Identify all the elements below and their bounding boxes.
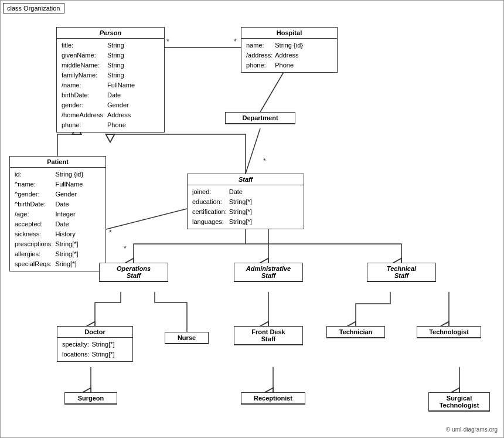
diagram-container: class Organization [0, 0, 504, 438]
class-person-title: Person [57, 28, 164, 39]
class-person-body: title:String givenName:String middleName… [57, 39, 164, 132]
svg-text:*: * [263, 157, 266, 165]
class-front-desk-staff: Front DeskStaff [234, 326, 303, 345]
class-surgeon: Surgeon [64, 392, 117, 405]
class-technician: Technician [326, 326, 385, 338]
class-hospital: Hospital name:String {id} /address:Addre… [241, 27, 338, 73]
class-administrative-staff-title: AdministrativeStaff [234, 263, 302, 281]
class-hospital-title: Hospital [241, 28, 337, 39]
class-person: Person title:String givenName:String mid… [56, 27, 165, 133]
class-nurse: Nurse [165, 332, 209, 344]
class-receptionist: Receptionist [241, 392, 305, 405]
svg-text:*: * [109, 229, 112, 237]
class-nurse-title: Nurse [165, 332, 208, 344]
svg-text:*: * [124, 245, 127, 253]
diagram-title: class Organization [3, 3, 64, 13]
class-department-title: Department [226, 113, 295, 124]
svg-text:*: * [234, 38, 237, 46]
class-staff: Staff joined:Date education:String[*] ce… [187, 174, 304, 229]
svg-text:*: * [166, 38, 169, 46]
class-doctor: Doctor specialty:String[*] locations:Str… [57, 326, 133, 362]
class-front-desk-staff-title: Front DeskStaff [234, 327, 302, 345]
class-staff-title: Staff [188, 174, 304, 185]
class-patient-title: Patient [10, 157, 105, 168]
svg-line-5 [246, 128, 260, 174]
class-surgical-technologist-title: SurgicalTechnologist [429, 393, 489, 411]
class-department: Department [225, 112, 295, 124]
class-operations-staff: OperationsStaff [99, 263, 168, 282]
copyright: © uml-diagrams.org [446, 426, 498, 433]
class-receptionist-title: Receptionist [241, 393, 305, 404]
class-surgical-technologist: SurgicalTechnologist [428, 392, 490, 412]
class-technical-staff-title: TechnicalStaff [367, 263, 435, 281]
class-doctor-body: specialty:String[*] locations:String[*] [57, 338, 132, 361]
class-technologist-title: Technologist [417, 327, 481, 338]
class-technical-staff: TechnicalStaff [367, 263, 436, 282]
class-administrative-staff: AdministrativeStaff [234, 263, 303, 282]
class-technologist: Technologist [417, 326, 481, 338]
class-patient-body: id:String {id} ^name:FullName ^gender:Ge… [10, 168, 105, 271]
class-patient: Patient id:String {id} ^name:FullName ^g… [9, 156, 106, 271]
class-technician-title: Technician [327, 327, 384, 338]
class-doctor-title: Doctor [57, 327, 132, 338]
class-operations-staff-title: OperationsStaff [100, 263, 168, 281]
svg-line-6 [106, 209, 187, 229]
class-staff-body: joined:Date education:String[*] certific… [188, 185, 304, 229]
class-surgeon-title: Surgeon [65, 393, 117, 404]
class-hospital-body: name:String {id} /address:Address phone:… [241, 39, 337, 72]
